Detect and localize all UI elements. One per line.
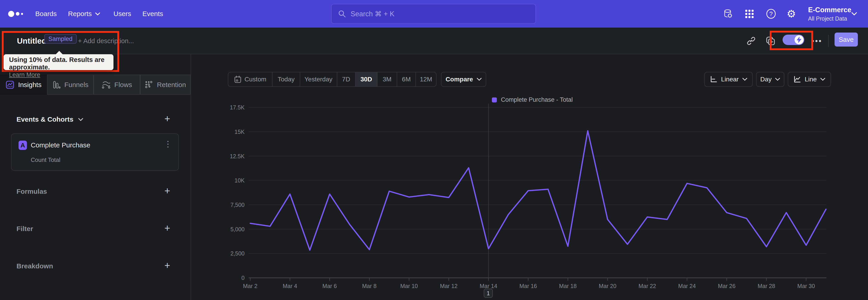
sampling-tooltip: Using 10% of data. Results are approxima…: [4, 54, 114, 70]
svg-text:?: ?: [769, 11, 773, 18]
svg-text:Mar 18: Mar 18: [559, 283, 577, 289]
report-title[interactable]: Untitled: [17, 28, 46, 54]
sampled-badge[interactable]: Sampled: [44, 34, 76, 43]
event-card[interactable]: A Complete Purchase ⋮ Count Total: [11, 133, 179, 171]
chevron-down-icon: [78, 118, 84, 121]
search-icon: [338, 10, 346, 18]
svg-text:Mar 16: Mar 16: [520, 283, 537, 289]
legend-color-swatch: [492, 97, 497, 102]
svg-text:10K: 10K: [235, 177, 245, 184]
more-options-button[interactable]: •••: [811, 28, 822, 54]
svg-text:Mar 20: Mar 20: [599, 283, 616, 289]
duplicate-add-icon[interactable]: [766, 28, 775, 54]
project-selector[interactable]: E-Commerce All Project Data: [808, 0, 851, 28]
add-event-button[interactable]: +: [162, 114, 172, 124]
toggle-knob: [795, 35, 804, 44]
search-input[interactable]: Search ⌘ + K: [331, 4, 536, 24]
svg-text:5,000: 5,000: [230, 226, 245, 232]
apps-grid-icon[interactable]: [744, 0, 754, 28]
range-yesterday[interactable]: Yesterday: [300, 72, 337, 86]
legend-item[interactable]: Complete Purchase - Total: [492, 96, 573, 103]
range-12m[interactable]: 12M: [416, 72, 436, 86]
tab-label: Flows: [114, 81, 132, 89]
project-scope: All Project Data: [808, 16, 851, 22]
tab-label: Funnels: [64, 81, 89, 89]
settings-gear-icon[interactable]: ⚙: [786, 0, 796, 28]
copy-link-icon[interactable]: [747, 28, 756, 54]
event-letter-badge: A: [19, 141, 27, 150]
compare-button[interactable]: Compare: [441, 72, 486, 87]
chevron-down-icon: [775, 78, 780, 81]
tab-label: Insights: [18, 81, 41, 89]
chevron-down-icon: [742, 78, 747, 81]
tab-label: Retention: [157, 81, 186, 89]
svg-text:12.5K: 12.5K: [230, 153, 245, 159]
sidebar-divider: [191, 54, 191, 300]
svg-text:Mar 6: Mar 6: [322, 283, 337, 289]
svg-text:Mar 12: Mar 12: [440, 283, 458, 289]
formulas-header: Formulas: [17, 186, 47, 197]
tooltip-message: Using 10% of data. Results are approxima…: [9, 56, 114, 71]
chart-type-dropdown[interactable]: Line: [788, 72, 831, 87]
svg-text:7,500: 7,500: [230, 202, 245, 208]
mixpanel-logo-icon[interactable]: [8, 0, 23, 28]
granularity-dropdown[interactable]: Day: [756, 72, 784, 87]
calendar-icon: [234, 76, 241, 83]
svg-text:Mar 22: Mar 22: [639, 283, 656, 289]
save-button[interactable]: Save: [835, 33, 858, 47]
tab-retention[interactable]: Retention: [140, 74, 191, 95]
svg-text:Mar 26: Mar 26: [718, 283, 736, 289]
pagination-page-1[interactable]: 1: [484, 289, 493, 298]
range-30d[interactable]: 30D: [355, 72, 378, 86]
filter-header: Filter: [17, 223, 33, 234]
date-range-group: Custom Today Yesterday 7D 30D 3M 6M 12M: [228, 72, 436, 87]
event-aggregation[interactable]: Count Total: [31, 156, 60, 163]
event-kebab-menu[interactable]: ⋮: [164, 139, 172, 149]
sampling-toggle[interactable]: [782, 35, 804, 45]
svg-text:Mar 10: Mar 10: [400, 283, 418, 289]
nav-item-reports[interactable]: Reports: [68, 0, 100, 28]
project-name: E-Commerce: [808, 6, 851, 14]
svg-text:Mar 8: Mar 8: [362, 283, 377, 289]
flows-icon: [102, 81, 111, 89]
add-description-button[interactable]: + Add description...: [78, 28, 134, 54]
breakdown-header: Breakdown: [17, 261, 53, 271]
svg-text:2,500: 2,500: [230, 250, 245, 257]
svg-text:Mar 28: Mar 28: [758, 283, 775, 289]
data-management-icon[interactable]: [723, 0, 733, 28]
svg-text:15K: 15K: [235, 129, 245, 135]
add-filter-button[interactable]: +: [162, 223, 172, 234]
svg-text:0: 0: [241, 275, 245, 281]
retention-icon: [145, 81, 153, 89]
project-chevron-down-icon[interactable]: [851, 0, 857, 28]
nav-item-events[interactable]: Events: [143, 0, 163, 28]
range-today[interactable]: Today: [273, 72, 300, 86]
chevron-down-icon: [95, 12, 100, 16]
legend-label: Complete Purchase - Total: [501, 96, 573, 103]
line-chart-icon: [794, 76, 801, 83]
range-custom[interactable]: Custom: [228, 72, 273, 86]
help-icon[interactable]: ?: [766, 0, 776, 28]
top-nav-bar: Boards Reports Users Events Search ⌘ + K…: [0, 0, 868, 28]
report-toolbar: Untitled Sampled + Add description... ••…: [0, 28, 868, 54]
tooltip-learn-more-link[interactable]: Learn More: [9, 71, 40, 79]
funnels-icon: [52, 81, 61, 89]
search-placeholder: Search ⌘ + K: [350, 10, 395, 18]
nav-item-boards[interactable]: Boards: [35, 0, 57, 28]
scale-dropdown[interactable]: Linear: [704, 72, 753, 87]
svg-text:Mar 14: Mar 14: [480, 283, 497, 289]
svg-text:Mar 24: Mar 24: [678, 283, 696, 289]
range-6m[interactable]: 6M: [397, 72, 416, 86]
svg-text:17.5K: 17.5K: [230, 104, 245, 111]
toolbar-divider: [828, 35, 829, 47]
events-cohorts-header[interactable]: Events & Cohorts: [17, 114, 84, 125]
add-formula-button[interactable]: +: [162, 186, 172, 196]
insights-icon: [5, 80, 14, 89]
nav-item-users[interactable]: Users: [114, 0, 131, 28]
svg-text:Mar 2: Mar 2: [243, 283, 257, 289]
range-3m[interactable]: 3M: [377, 72, 397, 86]
lightning-bolt-icon: [797, 37, 802, 43]
range-7d[interactable]: 7D: [337, 72, 355, 86]
linear-axis-icon: [710, 76, 717, 83]
add-breakdown-button[interactable]: +: [162, 261, 172, 271]
